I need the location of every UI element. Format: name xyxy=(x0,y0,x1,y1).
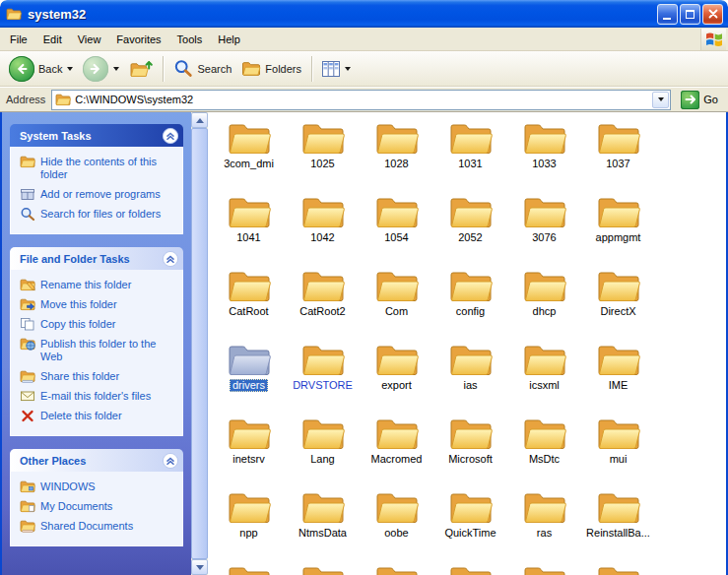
folder-label: CatRoot2 xyxy=(297,305,348,318)
task-item[interactable]: Share this folder xyxy=(20,370,177,383)
panel-header[interactable]: File and Folder Tasks xyxy=(10,247,183,270)
folder-item-partial[interactable] xyxy=(433,560,507,575)
menu-item-edit[interactable]: Edit xyxy=(35,30,70,49)
folder-item[interactable]: export xyxy=(360,339,433,413)
folder-icon xyxy=(227,488,272,526)
folder-item-partial[interactable] xyxy=(286,560,360,575)
folder-item[interactable]: dhcp xyxy=(507,265,581,339)
task-item[interactable]: Delete this folder xyxy=(20,410,177,422)
folder-item[interactable]: 1025 xyxy=(286,117,360,191)
go-button[interactable]: Go xyxy=(677,91,726,109)
folder-item[interactable]: oobe xyxy=(360,486,433,560)
menu-item-file[interactable]: File xyxy=(2,30,35,49)
folder-item[interactable]: NtmsData xyxy=(286,486,360,560)
forward-dropdown-icon[interactable] xyxy=(113,67,119,71)
task-label: Delete this folder xyxy=(40,410,122,422)
folder-icon xyxy=(300,119,346,157)
folder-item[interactable]: 1033 xyxy=(507,117,581,191)
folder-item[interactable]: CatRoot xyxy=(212,265,286,339)
folder-item[interactable]: 1054 xyxy=(360,191,433,265)
task-item[interactable]: Search for files or folders xyxy=(20,208,177,221)
folder-item[interactable]: appmgmt xyxy=(581,191,655,265)
folder-item[interactable]: ias xyxy=(433,339,507,413)
toolbar-separator xyxy=(311,56,312,82)
folder-item[interactable]: icsxml xyxy=(507,339,581,413)
address-dropdown-button[interactable] xyxy=(652,92,669,108)
forward-button[interactable] xyxy=(78,54,124,84)
folder-icon xyxy=(522,341,567,378)
folder-item[interactable]: ras xyxy=(507,486,581,560)
address-input[interactable]: C:\WINDOWS\system32 xyxy=(51,90,671,110)
chevron-up-icon[interactable] xyxy=(162,452,179,470)
folder-item[interactable]: ReinstallBa... xyxy=(581,486,655,560)
menu-item-help[interactable]: Help xyxy=(210,30,248,49)
task-pane-scrollbar[interactable] xyxy=(191,112,208,575)
scroll-up-button[interactable] xyxy=(191,112,208,128)
folders-button[interactable]: Folders xyxy=(236,54,306,84)
folder-item[interactable]: 1037 xyxy=(581,117,655,191)
minimize-button[interactable] xyxy=(657,4,678,25)
task-item[interactable]: My Documents xyxy=(20,500,177,513)
task-item[interactable]: Add or remove programs xyxy=(20,188,177,201)
panel-header[interactable]: Other Places xyxy=(10,449,183,472)
folder-item-partial[interactable] xyxy=(360,560,433,575)
task-item[interactable]: Copy this folder xyxy=(20,318,177,331)
menu-item-tools[interactable]: Tools xyxy=(169,30,211,49)
folder-item-partial[interactable] xyxy=(212,560,286,575)
title-bar[interactable]: system32 xyxy=(0,0,728,28)
folder-item[interactable]: Com xyxy=(360,265,433,339)
folder-item-partial[interactable] xyxy=(581,560,655,575)
task-item[interactable]: Shared Documents xyxy=(20,520,177,533)
chevron-up-icon[interactable] xyxy=(162,250,179,268)
views-button[interactable] xyxy=(317,54,356,84)
folder-item[interactable]: mui xyxy=(581,413,655,486)
folder-icon xyxy=(374,341,420,378)
folder-item[interactable]: Microsoft xyxy=(433,413,507,486)
scroll-thumb[interactable] xyxy=(191,128,208,559)
folder-item[interactable]: npp xyxy=(212,486,286,560)
folder-item[interactable]: DRVSTORE xyxy=(286,339,360,413)
maximize-button[interactable] xyxy=(680,4,700,25)
task-label: Publish this folder to the Web xyxy=(40,338,177,363)
folder-icon xyxy=(227,562,272,575)
folder-item[interactable]: DirectX xyxy=(581,265,655,339)
folder-label: appmgmt xyxy=(593,231,644,244)
address-value[interactable]: C:\WINDOWS\system32 xyxy=(75,94,648,105)
back-button[interactable]: Back xyxy=(4,54,78,84)
folder-item[interactable]: 1042 xyxy=(286,191,360,265)
folder-item[interactable]: Lang xyxy=(286,413,360,486)
folder-item[interactable]: MsDtc xyxy=(507,413,581,486)
folder-item[interactable]: 1031 xyxy=(433,117,507,191)
search-button[interactable]: Search xyxy=(168,54,236,84)
task-item[interactable]: WINDOWS xyxy=(20,480,177,493)
up-button[interactable] xyxy=(124,54,158,84)
folder-item[interactable]: 3076 xyxy=(507,191,581,265)
back-dropdown-icon[interactable] xyxy=(67,67,73,71)
folder-item-partial[interactable] xyxy=(507,560,581,575)
folder-item[interactable]: 1028 xyxy=(360,117,433,191)
task-item[interactable]: Hide the contents of this folder xyxy=(20,156,177,181)
file-list[interactable]: 3com_dmi10251028103110331037104110421054… xyxy=(208,112,726,575)
scroll-down-button[interactable] xyxy=(191,559,208,575)
folder-item[interactable]: IME xyxy=(581,339,655,413)
chevron-up-icon[interactable] xyxy=(162,127,179,145)
folder-item[interactable]: Macromed xyxy=(360,413,433,486)
task-item[interactable]: Move this folder xyxy=(20,298,177,311)
task-item[interactable]: E-mail this folder's files xyxy=(20,390,177,403)
folder-icon xyxy=(596,341,641,378)
task-label: Move this folder xyxy=(40,298,117,311)
folder-item[interactable]: config xyxy=(433,265,507,339)
folder-item[interactable]: QuickTime xyxy=(433,486,507,560)
close-button[interactable] xyxy=(702,4,723,25)
menu-item-view[interactable]: View xyxy=(70,30,109,49)
folder-item[interactable]: 3com_dmi xyxy=(212,117,286,191)
task-item[interactable]: Publish this folder to the Web xyxy=(20,338,177,363)
menu-item-favorites[interactable]: Favorites xyxy=(108,30,168,49)
folder-item[interactable]: 2052 xyxy=(433,191,507,265)
task-item[interactable]: Rename this folder xyxy=(20,279,177,291)
folder-item[interactable]: CatRoot2 xyxy=(286,265,360,339)
folder-item[interactable]: inetsrv xyxy=(212,413,286,486)
panel-header[interactable]: System Tasks xyxy=(10,124,183,147)
folder-item[interactable]: 1041 xyxy=(212,191,286,265)
folder-item[interactable]: drivers xyxy=(212,339,286,413)
